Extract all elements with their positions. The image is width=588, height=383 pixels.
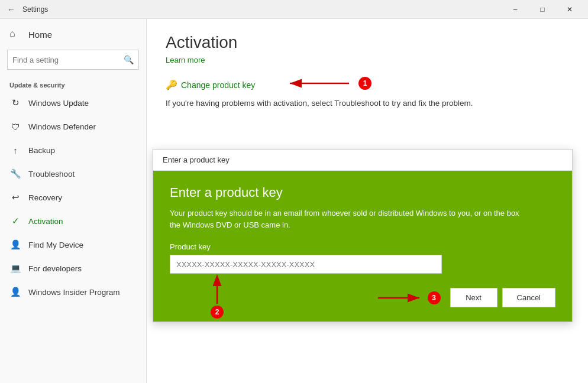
sidebar: ⌂ Home 🔍 Update & security ↻ Windows Upd… [0, 19, 147, 383]
sidebar-item-for-developers[interactable]: 💻 For developers [0, 257, 146, 280]
arrow-1-svg [284, 74, 355, 92]
arrow-2-svg [205, 277, 229, 307]
dialog-overlay: Enter a product key Enter a product key … [153, 149, 573, 322]
sidebar-item-windows-defender[interactable]: 🛡 Windows Defender [0, 115, 146, 138]
dialog-header: Enter a product key [153, 150, 572, 171]
dialog-body: Enter a product key Your product key sho… [153, 171, 572, 322]
cancel-button[interactable]: Cancel [502, 288, 555, 307]
home-label: Home [28, 30, 52, 40]
page-title: Activation [166, 33, 569, 52]
windows-defender-icon: 🛡 [9, 121, 21, 132]
maximize-button[interactable]: □ [529, 0, 556, 19]
activation-icon: ✓ [9, 215, 21, 227]
minimize-button[interactable]: – [502, 0, 529, 19]
sidebar-item-activation[interactable]: ✓ Activation [0, 209, 146, 233]
windows-insider-icon: 👤 [9, 286, 21, 298]
sidebar-item-label: Windows Update [28, 99, 89, 108]
search-icon[interactable]: 🔍 [124, 55, 134, 64]
troubleshoot-icon: 🔧 [9, 168, 21, 180]
titlebar-title: Settings [22, 5, 48, 14]
sidebar-item-windows-insider[interactable]: 👤 Windows Insider Program [0, 280, 146, 304]
sidebar-item-find-my-device[interactable]: 👤 Find My Device [0, 233, 146, 257]
sidebar-home[interactable]: ⌂ Home [0, 19, 146, 45]
windows-update-icon: ↻ [9, 97, 21, 109]
close-button[interactable]: ✕ [556, 0, 583, 19]
sidebar-section-label: Update & security [0, 77, 146, 91]
next-button[interactable]: Next [450, 288, 497, 307]
description-text: If you're having problems with activatio… [166, 98, 497, 109]
sidebar-item-label: Recovery [28, 193, 62, 202]
search-input[interactable] [12, 56, 124, 64]
sidebar-item-label: Troubleshoot [28, 170, 75, 178]
product-key-label: Product key [170, 242, 555, 251]
annotation-badge-1: 1 [358, 77, 371, 90]
change-product-key-link[interactable]: Change product key [181, 80, 255, 90]
annotation-badge-2: 2 [211, 306, 224, 319]
arrow-3-svg [378, 291, 425, 305]
sidebar-item-recovery[interactable]: ↩ Recovery [0, 186, 146, 209]
sidebar-item-label: Find My Device [28, 241, 83, 249]
product-key-input[interactable] [170, 255, 442, 274]
app-body: ⌂ Home 🔍 Update & security ↻ Windows Upd… [0, 19, 588, 383]
sidebar-item-label: For developers [28, 264, 82, 273]
sidebar-item-label: Windows Insider Program [28, 288, 120, 297]
backup-icon: ↑ [9, 144, 21, 156]
sidebar-item-backup[interactable]: ↑ Backup [0, 138, 146, 162]
home-icon: ⌂ [9, 28, 21, 40]
sidebar-item-windows-update[interactable]: ↻ Windows Update [0, 91, 146, 115]
learn-more-link[interactable]: Learn more [166, 56, 205, 64]
titlebar-left: ← Settings [5, 5, 48, 14]
titlebar: ← Settings – □ ✕ [0, 0, 588, 19]
back-button[interactable]: ← [5, 5, 18, 14]
titlebar-controls: – □ ✕ [502, 0, 583, 19]
sidebar-item-label: Backup [28, 146, 55, 155]
for-developers-icon: 💻 [9, 262, 21, 274]
search-box[interactable]: 🔍 [7, 50, 139, 70]
main-content: Activation Learn more 🔑 Change product k… [147, 19, 588, 383]
find-my-device-icon: 👤 [9, 239, 21, 251]
sidebar-item-label: Windows Defender [28, 122, 96, 131]
sidebar-item-label: Activation [28, 217, 63, 226]
annotation-badge-3: 3 [428, 291, 441, 304]
dialog-header-title: Enter a product key [163, 155, 230, 164]
sidebar-item-troubleshoot[interactable]: 🔧 Troubleshoot [0, 162, 146, 186]
key-icon: 🔑 [166, 79, 177, 90]
recovery-icon: ↩ [9, 192, 21, 203]
dialog-title: Enter a product key [170, 185, 555, 200]
dialog-description: Your product key should be in an email f… [170, 207, 525, 231]
